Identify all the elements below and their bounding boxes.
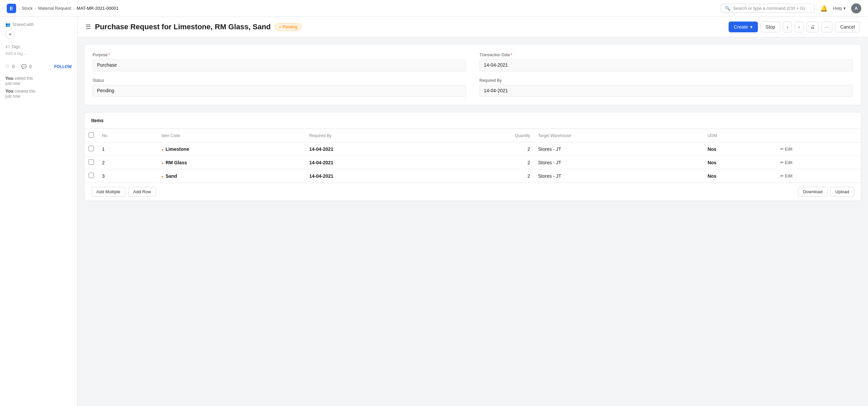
header-actions: Create ▾ Stop ‹ › 🖨 ··· Cancel [728, 22, 860, 32]
activity-item-0: You edited this just now [5, 76, 72, 86]
chevron-down-icon: ▾ [843, 6, 846, 11]
table-left-actions: Add Multiple Add Row [91, 187, 156, 197]
row-select-0[interactable] [89, 146, 94, 151]
hamburger-icon[interactable]: ☰ [86, 23, 91, 31]
edit-row-0-button[interactable]: ✏ Edit [780, 147, 793, 152]
status-badge: Pending [275, 23, 302, 31]
activity-action-0: edited this [14, 76, 33, 81]
tx-date-required: * [511, 53, 513, 57]
create-label: Create [734, 24, 748, 30]
required-by-label: Required By [479, 78, 853, 83]
upload-button[interactable]: Upload [830, 187, 854, 197]
table-header-row: No. Item Code Required By Quantity Targe… [85, 129, 861, 143]
follow-button[interactable]: FOLLOW [54, 64, 72, 69]
sep1: › [18, 6, 20, 11]
status-value: Pending [93, 85, 466, 97]
items-table: No. Item Code Required By Quantity Targe… [85, 129, 861, 183]
likes-count: 0 [12, 64, 14, 69]
add-multiple-button[interactable]: Add Multiple [91, 187, 126, 197]
cancel-button[interactable]: Cancel [835, 22, 860, 32]
transaction-date-group: Transaction Date* 14-04-2021 [479, 53, 853, 71]
status-label: Status [93, 78, 466, 83]
print-button[interactable]: 🖨 [806, 22, 818, 32]
download-button[interactable]: Download [798, 187, 828, 197]
col-actions [776, 129, 861, 143]
add-share-button[interactable]: + [5, 30, 15, 39]
create-button[interactable]: Create ▾ [728, 22, 758, 32]
table-row: 3 ●Sand 14-04-2021 2 Stores - JT Nos ✏ E… [85, 169, 861, 183]
activity-actor-1: You [5, 89, 13, 94]
edit-row-1-button[interactable]: ✏ Edit [780, 160, 793, 165]
row-no-1: 2 [98, 156, 158, 169]
row-no-2: 3 [98, 169, 158, 183]
select-all-checkbox[interactable] [89, 132, 94, 138]
row-quantity-1: 2 [438, 156, 534, 169]
items-section: Items No. Item Code Required By Quantity… [84, 112, 861, 201]
table-right-actions: Download Upload [798, 187, 854, 197]
breadcrumb-area: E › Stock › Material Request › MAT-MR-20… [7, 4, 119, 13]
row-select-1[interactable] [89, 159, 94, 165]
col-checkbox [85, 129, 98, 143]
next-button[interactable]: › [795, 22, 804, 32]
row-target-warehouse-0: Stores - JT [534, 143, 703, 156]
sep3: › [73, 6, 74, 11]
row-edit-0: ✏ Edit [776, 143, 861, 156]
dot-separator: · [17, 64, 19, 69]
row-edit-2: ✏ Edit [776, 169, 861, 183]
search-placeholder: Search or type a command (Ctrl + G) [733, 6, 805, 11]
row-target-warehouse-1: Stores - JT [534, 156, 703, 169]
col-uom: UOM [703, 129, 776, 143]
purpose-label: Purpose* [93, 53, 466, 57]
row-edit-1: ✏ Edit [776, 156, 861, 169]
breadcrumb-doc-id[interactable]: MAT-MR-2021-00001 [77, 6, 119, 11]
add-row-button[interactable]: Add Row [128, 187, 156, 197]
row-required-by-1: 14-04-2021 [305, 156, 438, 169]
shared-with-title: 👥 Shared with [5, 22, 72, 27]
sidebar: 👥 Shared with + 🏷 Tags Add a tag ... ♡ 0… [0, 17, 78, 406]
row-target-warehouse-2: Stores - JT [534, 169, 703, 183]
edit-row-2-button[interactable]: ✏ Edit [780, 174, 793, 179]
notification-icon[interactable]: 🔔 [820, 5, 828, 12]
row-quantity-0: 2 [438, 143, 534, 156]
activity-action-1: created this [14, 89, 35, 94]
breadcrumb-material-request[interactable]: Material Request [38, 6, 71, 11]
tags-label-text: Tags [11, 44, 20, 49]
row-quantity-2: 2 [438, 169, 534, 183]
required-by-value: 14-04-2021 [479, 85, 853, 97]
tags-section: 🏷 Tags Add a tag ... [5, 44, 72, 56]
shared-with-section: 👥 Shared with + [5, 22, 72, 39]
table-row: 1 ●Limestone 14-04-2021 2 Stores - JT No… [85, 143, 861, 156]
table-row: 2 ●RM Glass 14-04-2021 2 Stores - JT Nos… [85, 156, 861, 169]
purpose-value: Purchase [93, 59, 466, 71]
help-label: Help [833, 6, 842, 11]
add-tag-link[interactable]: Add a tag ... [5, 51, 72, 56]
search-bar[interactable]: 🔍 Search or type a command (Ctrl + G) [720, 4, 815, 13]
more-button[interactable]: ··· [821, 22, 833, 32]
items-tbody: 1 ●Limestone 14-04-2021 2 Stores - JT No… [85, 143, 861, 183]
col-quantity: Quantity [438, 129, 534, 143]
heart-icon: ♡ [5, 64, 9, 69]
app-icon[interactable]: E [7, 4, 16, 13]
row-checkbox-2 [85, 169, 98, 183]
row-uom-1: Nos [703, 156, 776, 169]
col-required-by: Required By [305, 129, 438, 143]
form-section: Purpose* Purchase Transaction Date* 14-0… [84, 44, 861, 105]
users-icon: 👥 [5, 22, 10, 27]
avatar[interactable]: A [851, 3, 861, 13]
row-uom-0: Nos [703, 143, 776, 156]
stop-button[interactable]: Stop [761, 22, 780, 32]
row-select-2[interactable] [89, 173, 94, 178]
items-header: Items [85, 113, 861, 129]
prev-button[interactable]: ‹ [783, 22, 792, 32]
row-checkbox-0 [85, 143, 98, 156]
col-item-code: Item Code [158, 129, 305, 143]
form-grid: Purpose* Purchase Transaction Date* 14-0… [93, 53, 853, 97]
topnav-right: 🔍 Search or type a command (Ctrl + G) 🔔 … [720, 3, 861, 13]
comment-icon: 💬 [21, 64, 27, 69]
breadcrumb-stock[interactable]: Stock [22, 6, 33, 11]
tag-icon: 🏷 [5, 44, 9, 49]
page: 👥 Shared with + 🏷 Tags Add a tag ... ♡ 0… [0, 17, 868, 406]
activity-item-1: You created this just now [5, 89, 72, 99]
help-button[interactable]: Help ▾ [833, 6, 846, 11]
topnav: E › Stock › Material Request › MAT-MR-20… [0, 0, 868, 17]
